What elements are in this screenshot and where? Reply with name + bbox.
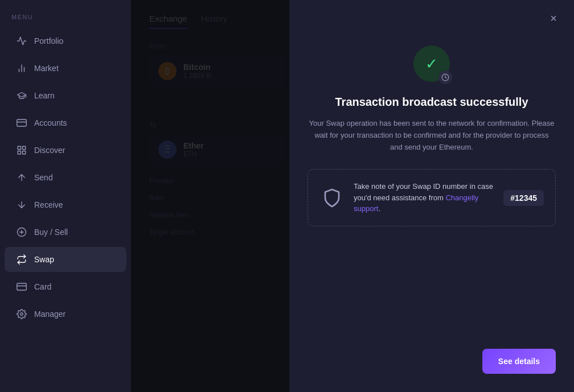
note-box: Take note of your Swap ID number in case…: [308, 169, 556, 226]
svg-point-16: [20, 313, 23, 316]
modal-description: Your Swap operation has been sent to the…: [308, 118, 556, 153]
sidebar-item-receive-label: Receive: [34, 200, 63, 209]
menu-label: MENU: [0, 9, 131, 27]
swap-icon: [16, 254, 27, 265]
sidebar-item-card-label: Card: [34, 282, 51, 291]
learn-icon: [16, 90, 27, 101]
modal: × ✓ Transaction broadcast successfully Y…: [289, 0, 574, 392]
swap-id-badge: #12345: [503, 190, 544, 206]
sidebar-item-portfolio-label: Portfolio: [34, 36, 63, 46]
svg-rect-7: [23, 151, 26, 154]
shield-icon: [319, 185, 345, 211]
sidebar-item-swap-label: Swap: [34, 255, 54, 264]
main-content: Exchange History From ₿ Bitcoin 1.2809 B…: [131, 0, 574, 392]
sidebar-item-learn-label: Learn: [34, 91, 55, 100]
sidebar-item-card[interactable]: Card: [5, 274, 126, 299]
sidebar-item-discover-label: Discover: [34, 146, 65, 155]
success-icon-container: ✓: [308, 46, 556, 82]
modal-footer: See details: [308, 333, 556, 374]
market-icon: [16, 63, 27, 74]
modal-title: Transaction broadcast successfully: [308, 96, 556, 109]
svg-rect-14: [17, 283, 27, 290]
sidebar-item-portfolio[interactable]: Portfolio: [5, 28, 126, 53]
see-details-button[interactable]: See details: [482, 349, 556, 374]
sidebar-item-learn[interactable]: Learn: [5, 83, 126, 108]
modal-overlay: × ✓ Transaction broadcast successfully Y…: [131, 0, 574, 392]
sidebar-item-accounts-label: Accounts: [34, 118, 67, 127]
send-icon: [16, 172, 27, 183]
sidebar-item-manager[interactable]: Manager: [5, 302, 126, 327]
sidebar-item-manager-label: Manager: [34, 310, 65, 319]
success-icon-bg: ✓: [413, 46, 450, 82]
clock-badge-icon: [438, 71, 452, 84]
discover-icon: [16, 145, 27, 156]
sidebar-item-receive[interactable]: Receive: [5, 192, 126, 217]
receive-icon: [16, 199, 27, 211]
sidebar: MENU Portfolio Market Learn Accounts Dis…: [0, 0, 131, 392]
sidebar-item-buy-sell-label: Buy / Sell: [34, 228, 68, 237]
sidebar-item-accounts[interactable]: Accounts: [5, 110, 126, 135]
modal-close-button[interactable]: ×: [544, 9, 563, 27]
buy-sell-icon: [16, 226, 27, 238]
accounts-icon: [16, 117, 27, 129]
checkmark-icon: ✓: [425, 55, 438, 73]
portfolio-icon: [16, 35, 27, 47]
sidebar-item-buy-sell[interactable]: Buy / Sell: [5, 220, 126, 245]
note-text: Take note of your Swap ID number in case…: [354, 181, 494, 214]
svg-rect-8: [18, 151, 20, 154]
sidebar-item-swap[interactable]: Swap: [5, 247, 126, 272]
svg-rect-3: [17, 119, 27, 126]
sidebar-item-send-label: Send: [34, 173, 53, 182]
sidebar-item-market-label: Market: [34, 64, 59, 73]
card-icon: [16, 281, 27, 292]
note-text-after: .: [378, 204, 380, 213]
sidebar-item-market[interactable]: Market: [5, 56, 126, 81]
svg-rect-5: [18, 146, 20, 149]
manager-icon: [16, 308, 27, 320]
svg-rect-6: [23, 146, 26, 149]
sidebar-item-discover[interactable]: Discover: [5, 138, 126, 163]
sidebar-item-send[interactable]: Send: [5, 165, 126, 190]
